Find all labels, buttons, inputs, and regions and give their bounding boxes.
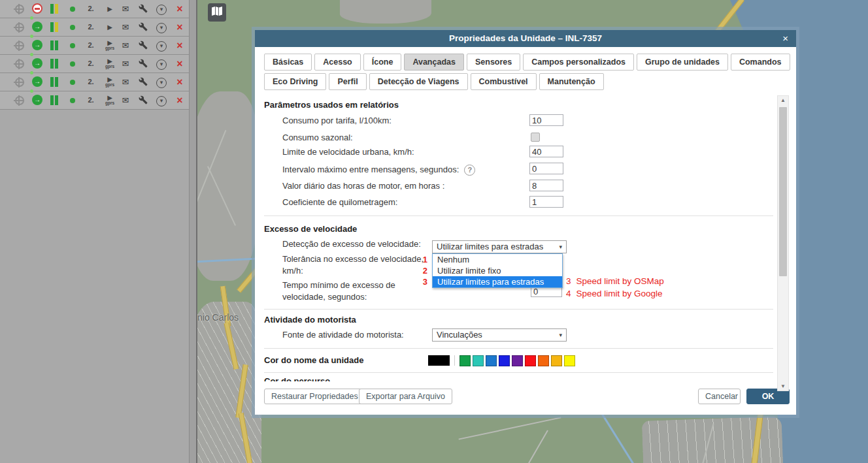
tab-sensores[interactable]: Sensores <box>467 54 520 71</box>
remove-unit-icon[interactable]: × <box>174 91 186 109</box>
locate-unit-icon[interactable] <box>14 73 24 91</box>
tab-grupo-de-unidades[interactable]: Grupo de unidades <box>637 54 728 71</box>
locate-unit-icon[interactable] <box>14 0 24 18</box>
properties-wrench-icon[interactable] <box>138 73 148 91</box>
urban-speed-limit-input[interactable] <box>529 146 563 157</box>
seasonal-consumption-checkbox[interactable] <box>531 133 540 142</box>
unit-row[interactable]: → 2. ▶gprs ✉ ▾ × <box>0 55 190 73</box>
chevron-down-icon: ▾ <box>559 241 562 253</box>
map-place-label: nio Carlos <box>197 312 239 323</box>
color-swatch[interactable] <box>486 355 497 366</box>
tab-perfil[interactable]: Perfil <box>329 73 366 90</box>
color-swatch[interactable] <box>551 355 562 366</box>
unit-menu-icon[interactable]: ▾ <box>156 37 167 54</box>
annotation-number: 4 <box>566 289 571 299</box>
message-counter-icon: 2. <box>85 18 97 36</box>
dialog-scrollbar[interactable]: ▲ ▼ <box>777 95 789 391</box>
option-limites-estradas[interactable]: Utilizar limites para estradas <box>433 276 562 287</box>
tab-row-2: Eco Driving Perfil Detecção de Viagens C… <box>264 73 604 90</box>
mileage-coefficient-input[interactable] <box>529 196 563 208</box>
locate-unit-icon[interactable] <box>14 55 24 72</box>
unit-row[interactable]: → 2. ▶gprs ✉ ▾ × <box>0 91 190 110</box>
unit-row[interactable]: → 2. ▶gprs ✉ ▾ × <box>0 73 190 91</box>
scrollbar-thumb[interactable] <box>779 107 787 276</box>
unit-name-color-swatches <box>428 355 577 366</box>
unit-menu-icon[interactable]: ▾ <box>156 73 167 91</box>
remove-unit-icon[interactable]: × <box>174 18 186 36</box>
tab-manutencao[interactable]: Manutenção <box>539 73 604 90</box>
color-swatch[interactable] <box>459 355 471 366</box>
close-icon[interactable]: × <box>782 30 788 47</box>
gprs-track-icon[interactable]: ▶gprs <box>102 37 118 54</box>
unit-row[interactable]: → 2. ▶gprs ✉ ▾ × <box>0 37 190 55</box>
message-counter-icon: 2. <box>85 91 97 109</box>
field-label: Limite de velocidade urbana, km/h: <box>282 146 414 158</box>
dialog-titlebar: Propriedades da Unidade – INL-7357 × <box>255 30 796 47</box>
unit-row[interactable]: → 2. ▶ ✉ ▾ × <box>0 18 190 37</box>
locate-unit-icon[interactable] <box>14 37 24 54</box>
driver-activity-source-select[interactable]: Vinculações ▾ <box>432 328 567 342</box>
cancel-button[interactable]: Cancelar <box>698 389 741 404</box>
gprs-track-icon[interactable]: ▶gprs <box>102 55 118 72</box>
map-road <box>459 417 561 439</box>
locate-unit-icon[interactable] <box>14 18 24 36</box>
tab-comandos[interactable]: Comandos <box>731 54 790 71</box>
quick-track-icon[interactable]: ▶ <box>102 18 118 36</box>
daily-engine-hours-input[interactable] <box>529 180 563 191</box>
tab-icone[interactable]: Ícone <box>363 54 402 71</box>
color-swatch[interactable] <box>564 355 575 366</box>
properties-wrench-icon[interactable] <box>138 91 148 109</box>
properties-wrench-icon[interactable] <box>138 18 148 36</box>
option-nenhum[interactable]: Nenhum <box>433 254 562 265</box>
messages-icon[interactable]: ✉ <box>120 37 131 54</box>
minimap-button[interactable] <box>208 3 226 22</box>
tab-campos-personalizados[interactable]: Campos personalizados <box>523 54 634 71</box>
color-swatch[interactable] <box>473 355 484 366</box>
color-swatch[interactable] <box>499 355 510 366</box>
motion-blocked-icon <box>31 0 43 18</box>
help-icon[interactable]: ? <box>464 165 475 176</box>
consumption-rate-input[interactable] <box>529 114 563 126</box>
restore-properties-button[interactable]: Restaurar Propriedades <box>264 389 365 404</box>
max-message-interval-input[interactable] <box>529 163 563 174</box>
messages-icon[interactable]: ✉ <box>120 55 131 72</box>
tab-basicas[interactable]: Básicas <box>264 54 312 71</box>
unit-menu-icon[interactable]: ▾ <box>156 18 167 36</box>
gprs-track-icon[interactable]: ▶gprs <box>102 91 118 109</box>
unit-menu-icon[interactable]: ▾ <box>156 55 167 72</box>
motion-moving-icon: → <box>31 37 43 54</box>
export-to-file-button[interactable]: Exportar para Arquivo <box>359 389 452 404</box>
color-swatch[interactable] <box>428 355 450 366</box>
locate-unit-icon[interactable] <box>14 91 24 109</box>
sidebar-scrollbar[interactable] <box>189 0 196 463</box>
color-swatch[interactable] <box>538 355 549 366</box>
properties-wrench-icon[interactable] <box>138 55 148 72</box>
tab-acesso[interactable]: Acesso <box>314 54 360 71</box>
remove-unit-icon[interactable]: × <box>174 37 186 54</box>
tab-eco-driving[interactable]: Eco Driving <box>264 73 326 90</box>
properties-wrench-icon[interactable] <box>138 0 148 18</box>
remove-unit-icon[interactable]: × <box>174 73 186 91</box>
tab-avancadas[interactable]: Avançadas <box>404 54 464 71</box>
option-limite-fixo[interactable]: Utilizar limite fixo <box>433 265 562 276</box>
messages-icon[interactable]: ✉ <box>120 18 131 36</box>
properties-wrench-icon[interactable] <box>138 37 148 54</box>
select-value: Utilizar limites para estradas <box>437 242 543 251</box>
tab-deteccao-de-viagens[interactable]: Detecção de Viagens <box>369 73 468 90</box>
messages-icon[interactable]: ✉ <box>120 0 131 18</box>
speeding-detection-select[interactable]: Utilizar limites para estradas ▾ <box>432 240 567 253</box>
unit-row[interactable]: 2. ▶ ✉ ▾ × <box>0 0 190 18</box>
color-swatch[interactable] <box>512 355 523 366</box>
scroll-down-icon[interactable]: ▼ <box>778 382 788 391</box>
quick-track-icon[interactable]: ▶ <box>102 0 118 18</box>
tab-combustivel[interactable]: Combustível <box>471 73 537 90</box>
messages-icon[interactable]: ✉ <box>120 91 131 109</box>
color-swatch[interactable] <box>525 355 536 366</box>
unit-menu-icon[interactable]: ▾ <box>156 91 167 109</box>
unit-menu-icon[interactable]: ▾ <box>156 0 167 18</box>
messages-icon[interactable]: ✉ <box>120 73 131 91</box>
remove-unit-icon[interactable]: × <box>174 0 186 18</box>
gprs-track-icon[interactable]: ▶gprs <box>102 73 118 91</box>
scroll-up-icon[interactable]: ▲ <box>778 96 788 104</box>
remove-unit-icon[interactable]: × <box>174 55 186 72</box>
